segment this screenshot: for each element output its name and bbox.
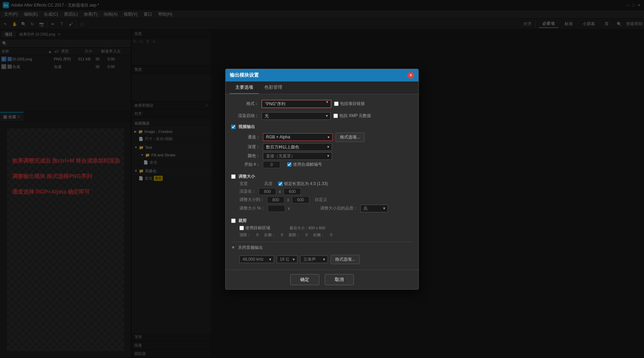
- quality-label: 调整大小后的品质：: [320, 205, 358, 211]
- top-value: 0: [256, 233, 258, 237]
- top-label: 顶部：: [239, 232, 251, 238]
- scale-width-input[interactable]: [267, 196, 284, 203]
- scale-to-label: 调整大小到：: [239, 197, 264, 203]
- scale-pct-sep: x: [288, 206, 290, 211]
- include-xmp-checkbox[interactable]: 包括 XMP 元数据: [333, 113, 371, 119]
- resize-height-label: 高度: [264, 181, 273, 187]
- include-project-link-label: 包括项目链接: [340, 101, 365, 107]
- color-label: 颜色：: [239, 153, 260, 159]
- depth-row: 深度： 数百万种以上颜色 ▼: [239, 143, 413, 151]
- render-at-label: 渲染在：: [239, 188, 256, 194]
- scale-height-input[interactable]: [292, 196, 309, 203]
- left-value: 0: [281, 233, 283, 237]
- color-select[interactable]: 直接（无遮罩）: [263, 152, 332, 160]
- render-action-label: 渲染启动：: [231, 113, 259, 119]
- scale-pct-row: 调整大小 %： x 调整大小后的品质： 高 ▼: [239, 205, 413, 212]
- resize-width-label: 宽度: [239, 181, 248, 187]
- color-row: 颜色： 直接（无遮罩） ▼: [239, 152, 413, 160]
- format-label: 格式：: [231, 101, 259, 107]
- audio-format-options-btn[interactable]: 格式选项...: [331, 255, 360, 264]
- scale-to-row: 调整大小到： x 自定义: [239, 196, 413, 203]
- render-width-input[interactable]: [259, 188, 276, 195]
- scale-sep: x: [287, 197, 289, 202]
- color-select-wrapper: 直接（无遮罩） ▼: [263, 152, 332, 160]
- lock-ratio-label: 锁定长宽比为 4:3 (1.33): [284, 181, 328, 187]
- resize-section: 调整大小 宽度 高度 锁定长宽比为 4:3 (1.33) 渲染在： x: [231, 174, 413, 212]
- crop-label: 裁剪: [238, 218, 247, 224]
- crop-inputs: 使用目标区域 最后大小：800 x 600: [239, 225, 413, 231]
- video-output-section: 视频输出 通道： RGB + Alpha ▼ 格式选项... 深度：: [231, 124, 413, 168]
- format-select-wrapper: "PNG"序列 ▼: [262, 100, 331, 108]
- audio-stereo-wrapper: 立体声 ▼: [300, 255, 328, 263]
- dialog-tab-main[interactable]: 主要选项: [230, 81, 259, 94]
- bottom-label: 底部：: [288, 232, 300, 238]
- video-output-checkbox[interactable]: [231, 125, 236, 129]
- dialog-body: 格式： "PNG"序列 ▼ 包括项目链接 渲染启动： 无: [226, 94, 418, 270]
- crop-section: 裁剪 使用目标区域 最后大小：800 x 600 顶部： 0 左侧： 0 底部：…: [231, 218, 413, 238]
- include-project-link-input[interactable]: [334, 101, 339, 106]
- crop-values-row: 顶部： 0 左侧： 0 底部： 0 右侧： 0: [239, 232, 413, 238]
- ok-button[interactable]: 确定: [290, 274, 319, 285]
- render-action-select[interactable]: 无: [262, 112, 331, 120]
- audio-expand[interactable]: ▼: [231, 245, 235, 250]
- crop-checkbox[interactable]: [231, 219, 236, 223]
- depth-select-wrapper: 数百万种以上颜色 ▼: [263, 143, 332, 151]
- format-options-button[interactable]: 格式选项...: [335, 133, 364, 142]
- use-comp-frame-checkbox[interactable]: 使用合成帧编号: [287, 162, 322, 167]
- depth-label: 深度：: [239, 144, 260, 150]
- use-comp-frame-label: 使用合成帧编号: [293, 162, 322, 167]
- audio-stereo-select[interactable]: 立体声: [300, 255, 328, 263]
- dialog-titlebar: 输出模块设置 ✕: [226, 69, 418, 81]
- audio-bit-wrapper: 16 位 ▼: [277, 255, 297, 263]
- lock-ratio-input[interactable]: [278, 182, 283, 186]
- render-height-input[interactable]: [284, 188, 301, 195]
- dialog-tab-color[interactable]: 色彩管理: [259, 81, 288, 94]
- crop-header[interactable]: 裁剪: [231, 218, 413, 224]
- channel-select[interactable]: RGB + Alpha: [263, 134, 332, 141]
- video-output-label: 视频输出: [238, 124, 255, 130]
- format-select[interactable]: "PNG"序列: [262, 100, 331, 108]
- scale-pct-x-input[interactable]: [268, 205, 285, 212]
- audio-output-toggle[interactable]: ▼ 关闭音频输出: [231, 245, 263, 251]
- start-hash-label: 开始 #：: [239, 162, 260, 167]
- dialog-tabs: 主要选项 色彩管理: [226, 81, 418, 94]
- cancel-button[interactable]: 取消: [325, 274, 354, 285]
- right-value: 0: [330, 233, 332, 237]
- use-target-region-checkbox[interactable]: 使用目标区域: [239, 225, 270, 231]
- left-label: 左侧：: [264, 232, 275, 238]
- lock-ratio-checkbox[interactable]: 锁定长宽比为 4:3 (1.33): [278, 181, 328, 187]
- scale-pct-label: 调整大小 %：: [239, 205, 265, 211]
- dialog-footer: 确定 取消: [226, 270, 418, 289]
- dialog-overlay: 输出模块设置 ✕ 主要选项 色彩管理 格式： "PNG"序列 ▼ 包括: [0, 0, 644, 358]
- audio-row: 48,000 kHz ▼ 16 位 ▼ 立体声 ▼ 格式选项...: [239, 255, 413, 264]
- resize-checkbox[interactable]: [231, 174, 236, 179]
- output-module-dialog: 输出模块设置 ✕ 主要选项 色彩管理 格式： "PNG"序列 ▼ 包括: [225, 69, 419, 290]
- dialog-close-button[interactable]: ✕: [407, 72, 414, 79]
- depth-select[interactable]: 数百万种以上颜色: [263, 143, 332, 151]
- include-project-link-checkbox[interactable]: 包括项目链接: [334, 101, 365, 107]
- quality-select[interactable]: 高: [360, 205, 388, 212]
- channel-select-wrapper: RGB + Alpha ▼: [263, 133, 333, 141]
- bottom-value: 0: [305, 233, 307, 237]
- right-label: 右侧：: [313, 232, 324, 238]
- use-comp-frame-input[interactable]: [287, 162, 292, 167]
- render-at-row: 渲染在： x: [239, 188, 413, 195]
- max-size-label: 最后大小：800 x 600: [290, 225, 325, 231]
- include-xmp-label: 包括 XMP 元数据: [339, 113, 371, 119]
- channel-label: 通道：: [239, 134, 260, 140]
- audio-section: ▼ 关闭音频输出: [231, 242, 413, 251]
- include-xmp-input[interactable]: [333, 114, 338, 118]
- dialog-title: 输出模块设置: [230, 72, 259, 78]
- use-target-region-label: 使用目标区域: [245, 225, 270, 231]
- audio-bit-select[interactable]: 16 位: [277, 255, 297, 263]
- resize-header[interactable]: 调整大小: [231, 174, 413, 180]
- audio-hz-wrapper: 48,000 kHz ▼: [239, 255, 274, 263]
- video-output-header: 视频输出: [231, 124, 413, 130]
- quality-select-wrapper: 高 ▼: [360, 205, 388, 212]
- start-hash-input[interactable]: [263, 161, 280, 168]
- render-size-sep: x: [279, 189, 281, 194]
- use-target-region-input[interactable]: [239, 226, 244, 230]
- render-action-select-wrapper: 无 ▼: [262, 112, 331, 120]
- audio-hz-select[interactable]: 48,000 kHz: [239, 255, 274, 263]
- start-frame-row: 开始 #： 使用合成帧编号: [239, 161, 413, 168]
